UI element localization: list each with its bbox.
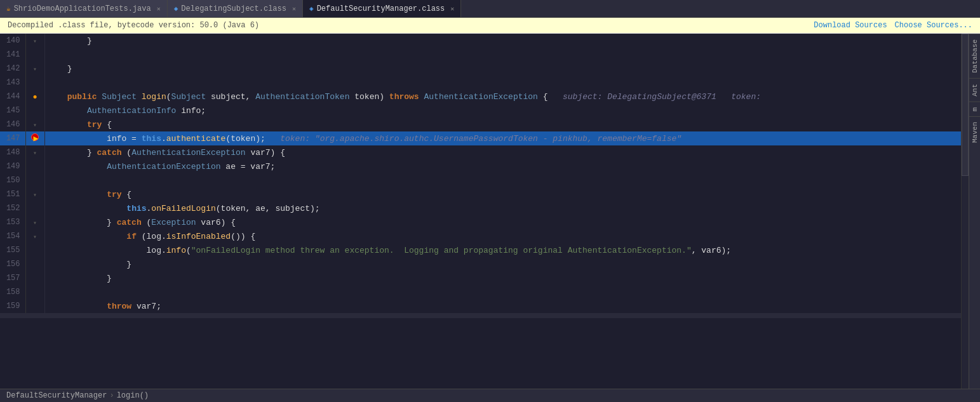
table-row: 147▶ info = this.authenticate(token); to… xyxy=(0,131,961,145)
gutter-cell: ▾ xyxy=(25,229,44,243)
code-line[interactable]: throw var7; xyxy=(44,299,961,313)
line-number: 153 xyxy=(0,215,25,229)
code-table: 140▾ }141142▾ }143144● public Subject lo… xyxy=(0,34,961,313)
table-row: 143 xyxy=(0,76,961,90)
code-line[interactable]: AuthenticationInfo info; xyxy=(44,104,961,117)
info-bar-text: Decompiled .class file, bytecode version… xyxy=(8,21,259,30)
tab-java-close[interactable]: ✕ xyxy=(157,5,161,13)
gutter-cell xyxy=(25,299,44,313)
breadcrumb-class[interactable]: DefaultSecurityManager xyxy=(6,391,107,400)
line-number: 142 xyxy=(0,62,25,76)
table-row: 157 } xyxy=(0,271,961,285)
panel-m[interactable]: m xyxy=(969,102,980,117)
annotation-marker: ● xyxy=(32,93,37,102)
gutter-cell xyxy=(25,257,44,271)
gutter-cell: ▾ xyxy=(25,145,44,159)
horizontal-scrollbar[interactable] xyxy=(0,313,961,318)
tab-delegating-close[interactable]: ✕ xyxy=(292,5,296,13)
line-number: 143 xyxy=(0,76,25,90)
line-number: 150 xyxy=(0,173,25,187)
fold-button[interactable]: ▾ xyxy=(33,192,37,199)
panel-ant[interactable]: Ant xyxy=(969,78,980,102)
gutter-cell: ▾ xyxy=(25,34,44,48)
breadcrumb-method[interactable]: login() xyxy=(117,391,149,400)
minimap-thumb[interactable] xyxy=(962,34,969,176)
tab-defaultsecurity-close[interactable]: ✕ xyxy=(450,5,454,13)
tab-defaultsecurity[interactable]: ◈ DefaultSecurityManager.class ✕ xyxy=(303,0,461,17)
line-number: 145 xyxy=(0,104,25,117)
gutter-cell: ● xyxy=(25,90,44,104)
fold-button[interactable]: ▾ xyxy=(33,220,37,227)
tab-delegating[interactable]: ◈ DelegatingSubject.class ✕ xyxy=(168,0,303,17)
table-row: 158 xyxy=(0,285,961,299)
code-line[interactable] xyxy=(44,285,961,299)
code-line[interactable]: this.onFailedLogin(token, ae, subject); xyxy=(44,201,961,215)
fold-button[interactable]: ▾ xyxy=(33,66,37,73)
table-row: 144● public Subject login(Subject subjec… xyxy=(0,90,961,104)
line-number: 154 xyxy=(0,229,25,243)
code-line[interactable]: public Subject login(Subject subject, Au… xyxy=(44,90,961,104)
table-row: 155 log.info("onFailedLogin method threw… xyxy=(0,243,961,257)
info-bar: Decompiled .class file, bytecode version… xyxy=(0,18,980,34)
line-number: 158 xyxy=(0,285,25,299)
code-line[interactable]: log.info("onFailedLogin method threw an … xyxy=(44,243,961,257)
line-number: 144 xyxy=(0,90,25,104)
code-line[interactable] xyxy=(44,76,961,90)
line-number: 146 xyxy=(0,117,25,131)
class-icon-1: ◈ xyxy=(174,4,178,13)
fold-button[interactable]: ▾ xyxy=(33,150,37,157)
execution-arrow: ▶ xyxy=(34,133,39,144)
fold-button[interactable]: ▾ xyxy=(33,122,37,129)
gutter-cell: ▾ xyxy=(25,187,44,201)
code-line[interactable]: } xyxy=(44,62,961,76)
tab-delegating-label: DelegatingSubject.class xyxy=(181,4,286,13)
code-line[interactable]: info = this.authenticate(token); token: … xyxy=(44,131,961,145)
gutter-cell xyxy=(25,243,44,257)
code-line[interactable]: } xyxy=(44,257,961,271)
code-line[interactable] xyxy=(44,173,961,187)
table-row: 151▾ try { xyxy=(0,187,961,201)
line-number: 148 xyxy=(0,145,25,159)
code-line[interactable]: } xyxy=(44,271,961,285)
code-line[interactable]: try { xyxy=(44,117,961,131)
gutter-cell: ▾ xyxy=(25,117,44,131)
choose-sources-link[interactable]: Choose Sources... xyxy=(895,21,972,30)
table-row: 152 this.onFailedLogin(token, ae, subjec… xyxy=(0,201,961,215)
code-line[interactable]: if (log.isInfoEnabled()) { xyxy=(44,229,961,243)
tab-defaultsecurity-label: DefaultSecurityManager.class xyxy=(317,4,445,13)
fold-button[interactable]: ▾ xyxy=(33,234,37,241)
fold-button[interactable]: ▾ xyxy=(33,38,37,45)
table-row: 153▾ } catch (Exception var6) { xyxy=(0,215,961,229)
line-number: 156 xyxy=(0,257,25,271)
class-icon-2: ◈ xyxy=(309,4,314,13)
minimap xyxy=(961,34,969,389)
editor-container: 140▾ }141142▾ }143144● public Subject lo… xyxy=(0,34,980,389)
info-bar-links: Download Sources Choose Sources... xyxy=(814,21,972,30)
breadcrumb-sep: › xyxy=(109,391,114,400)
gutter-cell xyxy=(25,285,44,299)
panel-maven[interactable]: Maven xyxy=(969,116,980,148)
breadcrumb-bar: DefaultSecurityManager › login() xyxy=(0,389,980,402)
line-number: 159 xyxy=(0,299,25,313)
line-number: 140 xyxy=(0,34,25,48)
code-line[interactable] xyxy=(44,48,961,62)
line-number: 147 xyxy=(0,131,25,145)
panel-database[interactable]: Database xyxy=(969,34,980,78)
gutter-cell xyxy=(25,271,44,285)
table-row: 146▾ try { xyxy=(0,117,961,131)
tab-java[interactable]: ☕ ShrioDemoApplicationTests.java ✕ xyxy=(0,0,168,17)
gutter-cell xyxy=(25,159,44,173)
download-sources-link[interactable]: Download Sources xyxy=(814,21,887,30)
code-line[interactable]: } catch (Exception var6) { xyxy=(44,215,961,229)
code-line[interactable]: } catch (AuthenticationException var7) { xyxy=(44,145,961,159)
gutter-cell: ▶ xyxy=(25,131,44,145)
code-line[interactable]: try { xyxy=(44,187,961,201)
gutter-cell: ▾ xyxy=(25,62,44,76)
table-row: 145 AuthenticationInfo info; xyxy=(0,104,961,117)
code-line[interactable]: } xyxy=(44,34,961,48)
code-area[interactable]: 140▾ }141142▾ }143144● public Subject lo… xyxy=(0,34,961,389)
line-number: 157 xyxy=(0,271,25,285)
code-line[interactable]: AuthenticationException ae = var7; xyxy=(44,159,961,173)
gutter-cell xyxy=(25,48,44,62)
table-row: 140▾ } xyxy=(0,34,961,48)
